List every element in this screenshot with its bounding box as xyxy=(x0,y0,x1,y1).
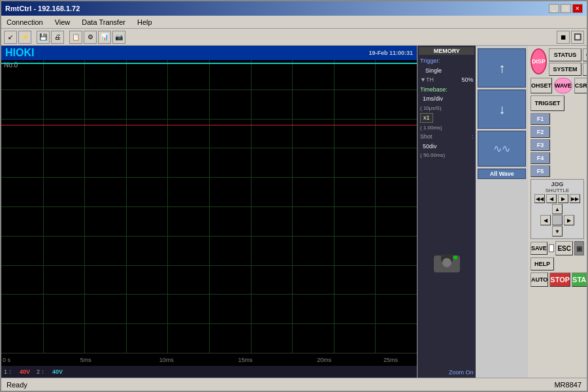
shot-colon: : xyxy=(472,133,474,141)
system-button[interactable]: SYSTEM xyxy=(549,63,581,76)
multiplier-box: x1 xyxy=(419,112,474,123)
all-wave-label: All Wave xyxy=(478,169,526,179)
time-ms: ( 1.00ms) xyxy=(419,123,474,132)
auto-button[interactable]: AUTO xyxy=(531,272,548,287)
ch2-value: 40V xyxy=(52,368,63,375)
shot-label: Shot : xyxy=(419,132,474,142)
f5-row: F5 xyxy=(531,165,584,177)
shuttle-label: SHUTTLE xyxy=(532,188,582,193)
toolbar-btn-1[interactable]: ↙ xyxy=(4,31,17,44)
chan-button[interactable]: CHAN xyxy=(583,48,587,61)
mystery-button[interactable]: ▣ xyxy=(574,241,584,255)
jog-left[interactable]: ◀ xyxy=(540,215,551,225)
main-area: HIOKI 19-Feb 11:00:31 No.0 xyxy=(1,46,587,378)
toolbar-icon-b[interactable]: 🔲 xyxy=(571,31,584,44)
shuttle-right[interactable]: ▶ xyxy=(558,194,568,203)
menu-data-transfer[interactable]: Data Transfer xyxy=(79,18,128,27)
trigger-value: Single xyxy=(419,66,474,76)
shot-time: ( 50.00ms) xyxy=(419,151,474,159)
toolbar: ↙ ⚡ 💾 🖨 📋 ⚙ 📊 📷 ◼ 🔲 xyxy=(1,29,587,46)
f3-button[interactable]: F3 xyxy=(531,139,550,151)
maximize-button[interactable]: □ xyxy=(561,4,571,13)
status-bar: Ready MR8847 xyxy=(1,378,587,391)
jog-up[interactable]: ▲ xyxy=(552,204,563,214)
ch1-value: 40V xyxy=(20,368,30,375)
toolbar-btn-5[interactable]: 📋 xyxy=(69,31,82,44)
jog-label: JOG xyxy=(532,181,582,188)
waveform-display: No.0 xyxy=(1,60,417,353)
time-0: 0 s xyxy=(3,357,10,363)
menu-view[interactable]: View xyxy=(52,18,73,27)
wave-button[interactable]: WAVE xyxy=(554,78,572,93)
auto-stop-start-row: AUTO STOP START xyxy=(531,272,584,287)
toolbar-icon-a[interactable]: ◼ xyxy=(557,31,570,44)
jog-lr-row: ◀ ▶ xyxy=(532,215,582,225)
brand-bar: HIOKI 19-Feb 11:00:31 xyxy=(1,46,417,60)
f2-button[interactable]: F2 xyxy=(531,126,550,138)
menu-help[interactable]: Help xyxy=(135,18,155,27)
jog-right[interactable]: ▶ xyxy=(564,215,574,225)
stop-button[interactable]: STOP xyxy=(549,272,570,287)
minimize-button[interactable]: _ xyxy=(549,4,559,13)
time-20ms: 20ms xyxy=(317,357,331,363)
time-5ms: 5ms xyxy=(80,357,91,363)
csr-button[interactable]: CSR xyxy=(574,78,587,93)
start-button[interactable]: START xyxy=(572,272,587,287)
shot-text: Shot xyxy=(420,133,433,141)
system-file-row: SYSTEM FILE xyxy=(549,63,587,76)
status-button[interactable]: STATUS xyxy=(549,48,581,61)
ohset-button[interactable]: OHSET xyxy=(531,78,552,93)
side-function-buttons: ↑ ↓ ∿∿ All Wave xyxy=(476,46,528,378)
f5-button[interactable]: F5 xyxy=(531,165,550,177)
toolbar-btn-3[interactable]: 💾 xyxy=(37,31,50,44)
file-button[interactable]: FILE xyxy=(583,63,587,76)
menu-connection[interactable]: Connection xyxy=(4,18,46,27)
channel-bar: 1： 40V 2： 40V xyxy=(1,366,417,378)
f4-button[interactable]: F4 xyxy=(531,152,550,164)
time-25ms: 25ms xyxy=(384,357,398,363)
esc-button[interactable]: ESC xyxy=(555,241,573,255)
jog-down[interactable]: ▼ xyxy=(552,226,563,237)
memory-label: MEMORY xyxy=(419,47,474,55)
brand-name: HIOKI xyxy=(5,47,34,59)
trigset-button[interactable]: TRIGSET xyxy=(531,95,564,111)
shuttle-left[interactable]: ◀ xyxy=(546,194,557,203)
toolbar-btn-7[interactable]: 📊 xyxy=(98,31,111,44)
scroll-down-area[interactable]: ↓ xyxy=(478,90,526,129)
f1-button[interactable]: F1 xyxy=(531,113,550,125)
help-button[interactable]: HELP xyxy=(531,257,554,270)
main-window: RmtCtrl - 192.168.1.72 _ □ ✕ Connection … xyxy=(0,0,588,392)
timebase-value: 1ms/div xyxy=(419,94,474,104)
timebase-label: Timebase: xyxy=(419,85,474,95)
controls-panel: DISP STATUS CHAN SYSTEM FILE OHS xyxy=(528,46,587,378)
info-panel: MEMORY Trigger: Single ▼TH 50% Timebase:… xyxy=(417,46,476,378)
toolbar-btn-4[interactable]: 🖨 xyxy=(51,31,64,44)
ch2-label: 2： xyxy=(37,368,46,376)
top-controls-row: DISP STATUS CHAN SYSTEM FILE xyxy=(531,48,584,76)
window-title: RmtCtrl - 192.168.1.72 xyxy=(5,5,80,12)
shuttle-far-left[interactable]: ◀◀ xyxy=(534,194,545,203)
disp-button[interactable]: DISP xyxy=(531,48,547,74)
close-button[interactable]: ✕ xyxy=(572,4,583,13)
waveform-container: HIOKI 19-Feb 11:00:31 No.0 xyxy=(1,46,417,378)
scroll-up-area[interactable]: ↑ xyxy=(478,48,526,88)
f3-row: F3 xyxy=(531,139,584,151)
save-checkbox[interactable] xyxy=(549,244,555,252)
ohset-wave-row: OHSET WAVE CSR xyxy=(531,78,584,93)
wave-icon: ∿∿ xyxy=(493,142,510,155)
camera-icon-area xyxy=(419,159,474,368)
save-row: SAVE ESC ▣ xyxy=(531,241,584,255)
save-button[interactable]: SAVE xyxy=(531,242,547,255)
wave-pattern-area[interactable]: ∿∿ xyxy=(478,131,526,167)
toolbar-btn-6[interactable]: ⚙ xyxy=(84,31,97,44)
toolbar-btn-8[interactable]: 📷 xyxy=(112,31,125,44)
ch1-label: 1： xyxy=(4,368,13,376)
zoom-label: Zoom On xyxy=(419,368,474,376)
toolbar-btn-2[interactable]: ⚡ xyxy=(18,31,31,44)
f4-row: F4 xyxy=(531,152,584,164)
title-bar: RmtCtrl - 192.168.1.72 _ □ ✕ xyxy=(1,1,587,16)
trigger-label: Trigger: xyxy=(419,56,474,66)
f-buttons-group: F1 F2 F3 F4 F5 xyxy=(531,113,584,177)
status-chan-group: STATUS CHAN SYSTEM FILE xyxy=(549,48,587,76)
shuttle-far-right[interactable]: ▶▶ xyxy=(570,194,580,203)
